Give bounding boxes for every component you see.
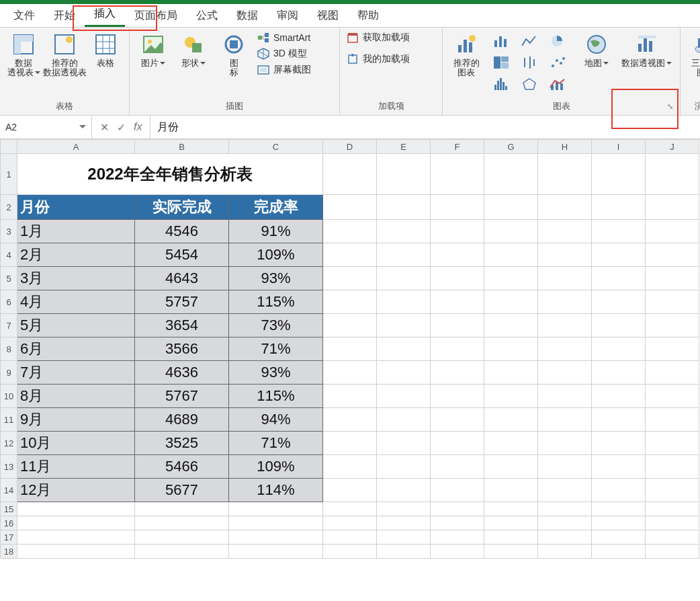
empty-cell[interactable] <box>323 361 377 385</box>
scatter-chart-button[interactable] <box>544 52 571 73</box>
empty-cell[interactable] <box>538 290 592 314</box>
empty-cell[interactable] <box>431 455 484 479</box>
empty-cell[interactable] <box>431 385 484 408</box>
empty-cell[interactable] <box>646 502 699 516</box>
empty-cell[interactable] <box>646 314 699 337</box>
empty-cell[interactable] <box>484 243 538 267</box>
cell-actual[interactable]: 3654 <box>135 314 229 337</box>
empty-cell[interactable] <box>17 516 135 530</box>
tab-review[interactable]: 审阅 <box>267 5 308 27</box>
empty-cell[interactable] <box>646 545 699 559</box>
row-header-10[interactable]: 10 <box>1 385 17 408</box>
table-header-month[interactable]: 月份 <box>17 195 135 220</box>
smartart-button[interactable]: SmartArt <box>255 30 335 45</box>
empty-cell[interactable] <box>646 408 699 432</box>
row-header-7[interactable]: 7 <box>1 314 17 337</box>
empty-cell[interactable] <box>323 545 377 559</box>
empty-cell[interactable] <box>17 530 135 545</box>
empty-cell[interactable] <box>431 267 484 290</box>
cell-rate[interactable]: 115% <box>229 290 323 314</box>
col-header-I[interactable]: I <box>592 140 646 154</box>
row-header-14[interactable]: 14 <box>1 479 17 502</box>
empty-cell[interactable] <box>323 502 377 516</box>
confirm-edit-icon[interactable]: ✓ <box>117 121 126 134</box>
empty-cell[interactable] <box>484 530 538 545</box>
empty-cell[interactable] <box>592 455 646 479</box>
insert-table-button[interactable]: 表格 <box>86 30 125 69</box>
empty-cell[interactable] <box>323 220 377 243</box>
empty-cell[interactable] <box>323 290 377 314</box>
empty-cell[interactable] <box>431 337 484 361</box>
empty-cell[interactable] <box>431 154 484 195</box>
formula-input[interactable]: 月份 <box>150 116 700 138</box>
tab-layout[interactable]: 页面布局 <box>125 5 187 27</box>
empty-cell[interactable] <box>484 290 538 314</box>
empty-cell[interactable] <box>592 195 646 220</box>
select-all-corner[interactable] <box>1 140 17 154</box>
treemap-chart-button[interactable] <box>488 52 515 73</box>
empty-cell[interactable] <box>538 516 592 530</box>
row-header-6[interactable]: 6 <box>1 290 17 314</box>
row-header-17[interactable]: 17 <box>1 530 17 545</box>
pivot-chart-button[interactable]: 数据透视图 <box>617 30 676 69</box>
cell-month[interactable]: 2月 <box>17 243 135 267</box>
empty-cell[interactable] <box>323 195 377 220</box>
row-header-18[interactable]: 18 <box>1 545 17 559</box>
sheet-title-cell[interactable]: 2022年全年销售分析表 <box>17 154 323 195</box>
empty-cell[interactable] <box>323 385 377 408</box>
cell-month[interactable]: 1月 <box>17 220 135 243</box>
row-header-11[interactable]: 11 <box>1 408 17 432</box>
shapes-button[interactable]: 形状 <box>174 30 213 69</box>
empty-cell[interactable] <box>646 154 699 195</box>
empty-cell[interactable] <box>646 290 699 314</box>
col-header-H[interactable]: H <box>538 140 592 154</box>
col-header-J[interactable]: J <box>646 140 699 154</box>
cell-month[interactable]: 6月 <box>17 337 135 361</box>
row-header-4[interactable]: 4 <box>1 243 17 267</box>
cell-actual[interactable]: 4643 <box>135 267 229 290</box>
row-header-3[interactable]: 3 <box>1 220 17 243</box>
row-header-9[interactable]: 9 <box>1 361 17 385</box>
tab-help[interactable]: 帮助 <box>348 5 388 27</box>
cancel-edit-icon[interactable]: ✕ <box>100 121 109 134</box>
hist-chart-button[interactable] <box>488 74 515 94</box>
empty-cell[interactable] <box>323 154 377 195</box>
cell-rate[interactable]: 115% <box>229 385 323 408</box>
empty-cell[interactable] <box>431 243 484 267</box>
cell-actual[interactable]: 5757 <box>135 290 229 314</box>
cell-rate[interactable]: 73% <box>229 314 323 337</box>
col-header-D[interactable]: D <box>323 140 377 154</box>
empty-cell[interactable] <box>538 530 592 545</box>
pie-chart-button[interactable] <box>544 31 571 51</box>
tab-file[interactable]: 文件 <box>4 5 44 27</box>
empty-cell[interactable] <box>431 314 484 337</box>
empty-cell[interactable] <box>431 479 484 502</box>
empty-cell[interactable] <box>646 267 699 290</box>
empty-cell[interactable] <box>377 337 431 361</box>
empty-cell[interactable] <box>646 479 699 502</box>
empty-cell[interactable] <box>646 455 699 479</box>
cell-month[interactable]: 8月 <box>17 385 135 408</box>
empty-cell[interactable] <box>377 220 431 243</box>
empty-cell[interactable] <box>377 545 431 559</box>
row-header-2[interactable]: 2 <box>1 195 17 220</box>
tab-insert[interactable]: 插入 <box>85 3 125 27</box>
empty-cell[interactable] <box>484 314 538 337</box>
recommended-charts-button[interactable]: 推荐的 图表 <box>447 30 486 79</box>
empty-cell[interactable] <box>431 502 484 516</box>
cell-actual[interactable]: 5767 <box>135 385 229 408</box>
empty-cell[interactable] <box>431 195 484 220</box>
empty-cell[interactable] <box>377 385 431 408</box>
three-d-map-button[interactable]: 三维地 图 <box>685 30 700 79</box>
empty-cell[interactable] <box>323 314 377 337</box>
empty-cell[interactable] <box>484 545 538 559</box>
empty-cell[interactable] <box>592 314 646 337</box>
empty-cell[interactable] <box>592 502 646 516</box>
map-chart-button[interactable]: 地图 <box>577 30 616 69</box>
cell-rate[interactable]: 71% <box>229 432 323 455</box>
empty-cell[interactable] <box>229 502 323 516</box>
model3d-button[interactable]: 3D 模型 <box>255 46 335 61</box>
empty-cell[interactable] <box>538 267 592 290</box>
row-header-5[interactable]: 5 <box>1 267 17 290</box>
empty-cell[interactable] <box>323 243 377 267</box>
